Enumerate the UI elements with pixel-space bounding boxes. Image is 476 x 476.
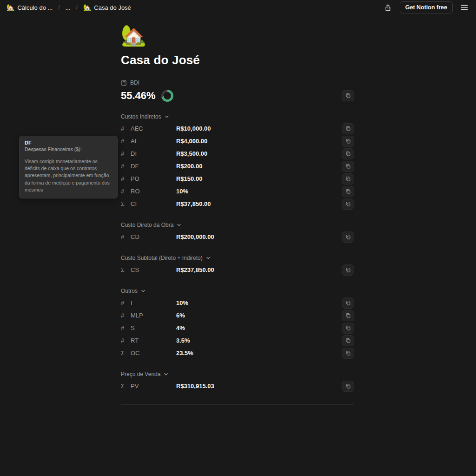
tooltip-title: DF <box>25 140 112 145</box>
hash-icon: # <box>121 233 128 240</box>
copy-button[interactable] <box>342 381 354 392</box>
copy-button[interactable] <box>342 310 354 321</box>
property-label: AEC <box>128 125 176 132</box>
hash-icon: # <box>121 150 128 157</box>
property-value: R$10,000.00 <box>176 125 342 132</box>
section-header[interactable]: Custos Indiretos <box>121 113 354 120</box>
section-title: Custos Indiretos <box>121 113 161 120</box>
share-icon <box>384 4 392 12</box>
property-value: R$37,850.00 <box>176 200 342 207</box>
property-section: Custo Subtotal (Direto + Indireto) Σ CS … <box>121 255 354 276</box>
property-label: MLP <box>128 312 176 319</box>
bdi-value: 55.46% <box>121 90 156 102</box>
properties: Custos Indiretos # AEC R$10,000.00 # AL … <box>121 113 354 392</box>
copy-button[interactable] <box>342 348 354 359</box>
property-section: Preço de Venda Σ PV R$310,915.03 <box>121 371 354 392</box>
section-rows: Σ PV R$310,915.03 <box>121 380 354 392</box>
hash-icon: # <box>121 188 128 195</box>
property-row: # PO R$150.00 <box>121 172 354 185</box>
page-emoji-icon[interactable]: 🏡 <box>121 25 354 46</box>
house-emoji-icon: 🏡 <box>7 4 14 11</box>
property-label: I <box>128 299 176 306</box>
sigma-icon: Σ <box>121 200 128 207</box>
breadcrumb-label: ... <box>66 4 71 11</box>
copy-button[interactable] <box>342 148 354 159</box>
breadcrumb-separator: / <box>58 4 60 11</box>
property-value: R$4,000.00 <box>176 138 342 145</box>
copy-icon <box>345 151 351 157</box>
property-label: S <box>128 324 176 331</box>
copy-button[interactable] <box>342 186 354 197</box>
breadcrumb-item-root[interactable]: 🏡 Cálculo do ... <box>5 3 54 12</box>
property-value: 23.5% <box>176 350 342 357</box>
breadcrumb-item-collapsed[interactable]: ... <box>64 3 73 12</box>
section-header[interactable]: Outros <box>121 288 354 294</box>
copy-icon <box>345 350 351 357</box>
copy-icon <box>345 188 351 195</box>
copy-button[interactable] <box>342 173 354 185</box>
sigma-icon: Σ <box>121 350 128 357</box>
copy-icon <box>345 312 351 319</box>
copy-icon <box>345 176 351 182</box>
bdi-property: BDI 55.46% <box>121 79 354 102</box>
menu-button[interactable] <box>458 1 470 13</box>
property-value: R$200,000.00 <box>176 233 342 240</box>
copy-button[interactable] <box>342 323 354 334</box>
property-label: DI <box>128 150 176 157</box>
sigma-icon: Σ <box>121 266 128 273</box>
copy-icon <box>345 126 351 132</box>
hash-icon: # <box>121 175 128 182</box>
breadcrumb-label: Casa do José <box>94 4 131 11</box>
property-value: R$150.00 <box>176 175 342 182</box>
topbar: 🏡 Cálculo do ... / ... / 🏡 Casa do José … <box>0 0 476 15</box>
copy-button[interactable] <box>342 335 354 346</box>
copy-button[interactable] <box>342 136 354 147</box>
property-row: Σ CS R$237,850.00 <box>121 264 354 276</box>
tooltip-df: DF Despesas Financeiras ($): Visam corri… <box>19 136 118 198</box>
hash-icon: # <box>121 299 128 306</box>
bdi-progress-ring <box>161 90 173 102</box>
copy-icon <box>345 138 351 145</box>
get-notion-free-button[interactable]: Get Notion free <box>400 1 453 13</box>
property-label: OC <box>128 350 176 357</box>
hash-icon: # <box>121 125 128 132</box>
bdi-value-row: 55.46% <box>121 90 354 102</box>
property-row: # DF R$200.00 <box>121 160 354 172</box>
property-value: 4% <box>176 324 342 331</box>
copy-button[interactable] <box>342 264 354 276</box>
property-row: Σ OC 23.5% <box>121 347 354 359</box>
tooltip-subtitle: Despesas Financeiras ($): <box>25 146 112 152</box>
property-row: # S 4% <box>121 322 354 334</box>
property-section: Custo Direto da Obra # CD R$200,000.00 <box>121 222 354 243</box>
section-header[interactable]: Custo Subtotal (Direto + Indireto) <box>121 255 354 261</box>
property-section: Outros # I 10% # MLP 6% <box>121 288 354 359</box>
copy-button[interactable] <box>342 231 354 243</box>
section-header[interactable]: Preço de Venda <box>121 371 354 377</box>
chevron-down-icon <box>206 256 211 260</box>
hamburger-menu-icon <box>460 3 469 12</box>
copy-icon <box>345 234 351 240</box>
breadcrumb-label: Cálculo do ... <box>17 4 53 11</box>
property-value: R$237,850.00 <box>176 266 342 273</box>
share-button[interactable] <box>382 1 394 13</box>
copy-icon <box>345 93 351 99</box>
property-label: CI <box>128 200 176 207</box>
property-label: RO <box>128 188 176 195</box>
breadcrumb-item-current[interactable]: 🏡 Casa do José <box>81 3 133 12</box>
copy-icon <box>345 325 351 331</box>
property-row: # DI R$3,500.00 <box>121 147 354 160</box>
property-row: # I 10% <box>121 297 354 309</box>
ring-hole <box>164 92 171 99</box>
copy-button[interactable] <box>342 198 354 210</box>
property-row: Σ CI R$37,850.00 <box>121 198 354 210</box>
copy-button[interactable] <box>342 298 354 309</box>
copy-button[interactable] <box>342 123 354 134</box>
house-emoji-icon: 🏡 <box>83 4 91 11</box>
section-header[interactable]: Custo Direto da Obra <box>121 222 354 228</box>
property-row: # AL R$4,000.00 <box>121 135 354 147</box>
calculator-icon <box>121 80 127 86</box>
copy-button[interactable] <box>342 161 354 172</box>
property-label: CS <box>128 266 176 273</box>
copy-button[interactable] <box>342 90 354 101</box>
hash-icon: # <box>121 337 128 344</box>
